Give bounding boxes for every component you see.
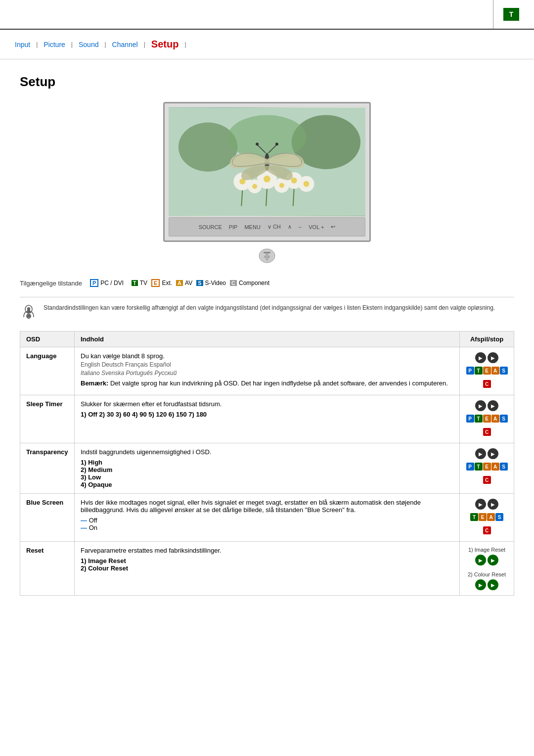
mode-e-label: Ext.	[162, 280, 172, 286]
play-icons-transparency: ▶ ▶	[475, 448, 498, 459]
play-icons-reset-2: ▶ ▶	[475, 579, 498, 590]
tv-vol-label: VOL +	[309, 224, 324, 230]
info-table: OSD Indhold Afspil/stop Language Du kan …	[20, 331, 514, 596]
play-icons-reset-1: ▶ ▶	[475, 555, 498, 566]
svg-point-11	[264, 176, 270, 183]
top-bar: T	[0, 0, 534, 30]
play-btn-sleep-left: ▶	[475, 400, 486, 411]
badge-blue-a: A	[487, 513, 495, 521]
row-language-play: ▶ ▶ P T E A S C	[460, 347, 514, 395]
transparency-main: Indstil baggrundets uigennemsigtighed i …	[81, 448, 453, 456]
language-note-prefix: Bemærk:	[81, 379, 108, 387]
svg-point-15	[304, 181, 310, 187]
play-btn-trans-left: ▶	[475, 448, 486, 459]
reset-play-groups: 1) Image Reset ▶ ▶ 2) Colour Reset ▶ ▶	[466, 547, 508, 590]
modes-row: Tilgængelige tilstande P PC / DVI T TV E…	[20, 279, 514, 287]
table-row: Language Du kan vælge blandt 8 sprog. En…	[20, 347, 514, 395]
svg-point-1	[178, 122, 237, 172]
table-row: Reset Farveparametre erstattes med fabri…	[20, 542, 514, 596]
badge-e: E	[483, 367, 491, 375]
row-sleep-play: ▶ ▶ P T E A S C	[460, 395, 514, 443]
note-text: Standardindstillingen kan være forskelli…	[44, 303, 495, 312]
badge-sleep-t: T	[475, 415, 483, 423]
row-reset-play: 1) Image Reset ▶ ▶ 2) Colour Reset ▶ ▶	[460, 542, 514, 596]
tv-screen-area: SOURCE PIP MENU ∨ CH ∧ − VOL + ↩	[163, 102, 371, 242]
badge-t: T	[475, 367, 483, 375]
tv-minus-label: −	[299, 224, 302, 230]
mode-p: P PC / DVI	[90, 279, 124, 287]
mode-icon-a: A	[176, 280, 183, 286]
mode-a-label: AV	[185, 280, 192, 286]
play-group-transparency: ▶ ▶ P T E A S C	[466, 448, 508, 486]
reset-play-group-1: 1) Image Reset ▶ ▶	[468, 547, 505, 566]
play-group-sleep: ▶ ▶ P T E A S C	[466, 400, 508, 438]
badge-trans-s: S	[500, 463, 508, 471]
tv-controls: SOURCE PIP MENU ∨ CH ∧ − VOL + ↩	[175, 222, 359, 232]
badge-blue-c: C	[483, 526, 491, 534]
language-list-2: Italiano Svenska Português Русский	[81, 370, 453, 377]
nav-setup[interactable]: Setup	[151, 39, 179, 50]
language-main: Du kan vælge blandt 8 sprog.	[81, 352, 453, 360]
badge-c: C	[483, 380, 491, 388]
reset-opt-2: 2) Colour Reset	[81, 565, 128, 572]
table-header-osd: OSD	[20, 331, 75, 347]
nav-sep-1: |	[36, 41, 38, 48]
svg-point-22	[256, 142, 259, 145]
badge-sleep-c: C	[483, 428, 491, 436]
tv-ch-up-label: ∧	[288, 224, 292, 230]
row-blue-play: ▶ ▶ T E A S C	[460, 494, 514, 542]
tv-screen	[169, 107, 365, 216]
transparency-opt-1: 1) High	[81, 459, 102, 466]
svg-point-14	[279, 183, 284, 188]
badges-transparency: P T E A S	[466, 463, 508, 471]
nav-sound[interactable]: Sound	[79, 41, 98, 48]
play-btn-right: ▶	[488, 352, 498, 363]
mode-c-label: Component	[239, 280, 269, 286]
row-sleep-label: Sleep Timer	[20, 395, 75, 443]
nav-picture[interactable]: Picture	[44, 41, 65, 48]
tv-return-label: ↩	[331, 224, 335, 230]
nav-channel[interactable]: Channel	[112, 41, 138, 48]
note-section: Standardindstillingen kan være forskelli…	[20, 297, 514, 321]
reset-label-1: 1) Image Reset	[468, 547, 505, 553]
mode-s: S S-Video	[196, 280, 226, 286]
svg-point-13	[252, 184, 257, 189]
play-icons-language: ▶ ▶	[475, 352, 498, 363]
svg-rect-31	[27, 307, 30, 313]
nav-sep-5: |	[184, 41, 186, 48]
table-header-play: Afspil/stop	[460, 331, 514, 347]
top-bar-right: T	[493, 0, 519, 29]
play-group-language: ▶ ▶ P T E A S C	[466, 352, 508, 390]
play-btn-left: ▶	[475, 352, 486, 363]
badges-blue-c: C	[483, 526, 491, 534]
nav-input[interactable]: Input	[15, 41, 30, 48]
reset-opt-1: 1) Image Reset	[81, 557, 126, 565]
blue-screen-main: Hvis der ikke modtages noget signal, ell…	[81, 499, 453, 514]
reset-play-group-2: 2) Colour Reset ▶ ▶	[468, 571, 506, 590]
badge-blue-s: S	[495, 513, 503, 521]
monitor-icon: T	[503, 8, 519, 21]
transparency-options: 1) High 2) Medium 3) Low 4) Opaque	[81, 459, 453, 488]
svg-point-26	[264, 255, 267, 258]
row-language-content: Du kan vælge blandt 8 sprog. English Deu…	[75, 347, 460, 395]
badge-sleep-e: E	[483, 415, 491, 423]
mode-e: E Ext.	[151, 279, 172, 287]
arrow-on: —	[81, 524, 87, 531]
tv-container: SOURCE PIP MENU ∨ CH ∧ − VOL + ↩	[20, 102, 514, 264]
badges-language-c: C	[483, 380, 491, 388]
badge-trans-a: A	[491, 463, 499, 471]
play-btn-blue-left: ▶	[475, 499, 486, 510]
transparency-opt-4: 4) Opaque	[81, 481, 112, 488]
badges-language: P T E A S	[466, 367, 508, 375]
badge-trans-t: T	[475, 463, 483, 471]
svg-point-29	[266, 258, 268, 261]
play-btn-trans-right: ▶	[488, 448, 498, 459]
row-reset-label: Reset	[20, 542, 75, 596]
badge-trans-e: E	[483, 463, 491, 471]
badge-a: A	[491, 367, 499, 375]
badge-p: P	[466, 367, 474, 375]
blue-on-label: On	[89, 524, 97, 531]
table-row: Blue Screen Hvis der ikke modtages noget…	[20, 494, 514, 542]
tv-source-label: SOURCE	[199, 224, 222, 230]
remote-icon-area	[163, 247, 371, 264]
